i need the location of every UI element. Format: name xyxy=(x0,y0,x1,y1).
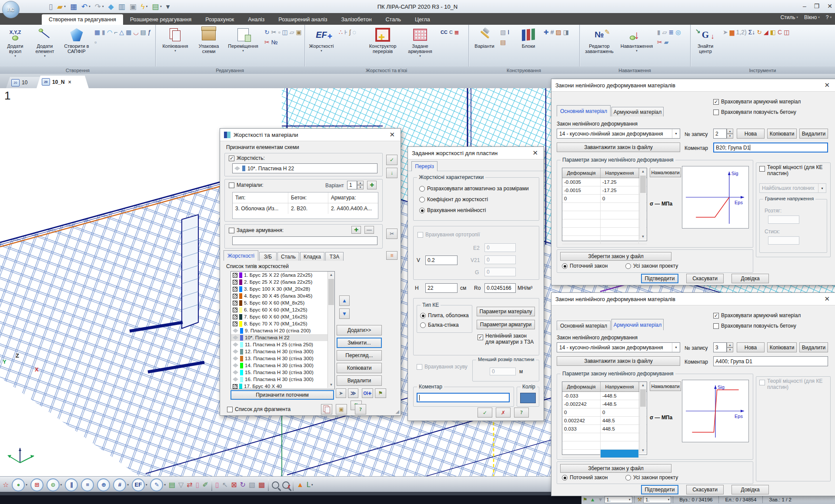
tab-section[interactable]: Переріз xyxy=(411,161,438,171)
ribbon-tab[interactable]: Створення та редагування xyxy=(42,14,123,25)
law-combobox[interactable]: 14 - кусочно-лінійний закон деформування… xyxy=(557,342,680,352)
stiffness-display-icon[interactable]: EF ▾ xyxy=(132,477,147,492)
tab-reinforcing-material[interactable]: Армуючий матеріал xyxy=(611,319,664,330)
coefficient-radio[interactable] xyxy=(419,197,425,202)
table-row[interactable]: 0.033 448.5 xyxy=(562,425,647,433)
find-center-button[interactable]: G Знайти центр xyxy=(693,26,718,65)
ribbon-tab[interactable]: Сталь xyxy=(379,14,408,25)
divider[interactable]: ▾ xyxy=(293,477,294,492)
crossed-frame-icon[interactable]: ⊠ ▾ xyxy=(231,477,237,492)
stiffness-list-item[interactable]: 13. Пластина Н 30 (стіна 300) xyxy=(231,355,334,362)
vertical-plane-icon[interactable]: ∥ ▾ xyxy=(65,477,78,492)
save-law-button[interactable]: Зберегти закон у файл xyxy=(560,464,671,473)
hinge-dots-icon[interactable]: ∴▾ xyxy=(338,27,343,37)
table-row[interactable] xyxy=(562,450,647,458)
all-laws-radio[interactable] xyxy=(625,263,631,269)
law-table[interactable]: Деформація Напруження -0.0035 -17.25 -0.… xyxy=(562,168,647,241)
rebar-params-button[interactable]: Параметри арматури xyxy=(477,320,535,329)
table-row[interactable]: -0.0035 -17.25 xyxy=(562,178,647,186)
min-size-field[interactable]: 0 xyxy=(490,368,516,375)
sapfir-model-icon[interactable]: ▤ ▾ xyxy=(151,3,163,11)
close-icon[interactable]: ✕ xyxy=(387,131,397,139)
zoom-in-icon[interactable]: ▾ xyxy=(272,477,279,492)
stiffness-list-item[interactable]: 16. Пластина Н 30 (стіна 300) xyxy=(231,376,334,383)
loads-button[interactable]: ↓ Навантаження▾ xyxy=(619,26,654,65)
hatch-icon[interactable]: ▨▾ xyxy=(555,27,562,37)
wall-f-icon[interactable]: ◨▾ xyxy=(563,27,569,37)
variant-icon[interactable]: ⚒ xyxy=(638,497,642,503)
stiffness-list-item[interactable]: 5. Брус 60 X 60 (КМ_8x25) xyxy=(231,299,334,306)
reinforcing-material-checkbox[interactable]: ✓ xyxy=(713,99,719,105)
rigid-link-icon[interactable]: ⊦▾ xyxy=(344,27,348,37)
arc-icon[interactable]: ◡▾ xyxy=(133,27,139,37)
dialog-title-bar[interactable]: Задання жорсткості для пластин ✕ xyxy=(408,147,544,159)
list-options-icon[interactable]: ≡ xyxy=(386,251,397,260)
assigned-reinforcement-button[interactable]: Задане армування▾ xyxy=(403,26,438,65)
ribbon-menu-item[interactable]: Вікно ▾ xyxy=(804,14,820,20)
c-quad-icon[interactable]: С▾ xyxy=(777,27,782,37)
reinforcing-material-checkbox[interactable]: ✓ xyxy=(713,313,719,318)
help-button[interactable]: Довідка xyxy=(731,485,769,494)
spin-down-icon[interactable]: ▼ xyxy=(727,134,733,139)
material-params-button[interactable]: Параметри матеріалу xyxy=(477,307,535,316)
stiffness-list-item[interactable]: 4. Брус 30 X 45 (балка 30x45) xyxy=(231,292,334,299)
element-display-icon[interactable]: ⊙ ▾ xyxy=(47,477,62,492)
scroll-thumb[interactable] xyxy=(640,389,646,407)
add-node-button[interactable]: X,Y,Z Додати вузол▾ xyxy=(2,26,29,65)
change-button[interactable]: Змінити... xyxy=(337,338,382,348)
confirm-button[interactable]: Підтвердити xyxy=(641,274,678,283)
reinforcement-field[interactable] xyxy=(232,236,377,245)
tab-main-material[interactable]: Основний матеріал xyxy=(557,321,611,330)
column-icon[interactable]: ▮▾ xyxy=(101,27,106,37)
book-icon[interactable]: ▥ ▾ xyxy=(117,3,126,11)
dialog-title-bar[interactable]: Закони нелінійного деформування матеріал… xyxy=(551,293,835,305)
hatch-tri-icon[interactable]: ◢▾ xyxy=(763,27,769,37)
scroll-up-icon[interactable]: ▲ xyxy=(640,382,646,388)
table-row[interactable] xyxy=(562,211,647,219)
shell-radio[interactable] xyxy=(420,313,426,318)
draw-button[interactable]: Намалювати xyxy=(650,381,681,391)
view-3d-icon[interactable]: ◆ ▾ xyxy=(107,3,115,11)
frame-icon[interactable]: ▦▾ xyxy=(94,27,100,37)
remove-reinforcement-button[interactable]: — xyxy=(364,226,374,234)
add-element-button[interactable]: Додати елемент▾ xyxy=(30,26,59,65)
new-button[interactable]: Нова xyxy=(737,129,765,139)
ribbon-tab[interactable]: Аналіз xyxy=(241,14,271,25)
paste-list-icon[interactable]: ▣ xyxy=(336,404,347,414)
law-combobox[interactable]: 14 - кусочно-лінійний закон деформування… xyxy=(557,129,680,139)
spin-up-icon[interactable]: ▲ xyxy=(357,181,364,185)
flash-icon[interactable]: ϟ ▾ xyxy=(140,3,149,11)
zoom-cancel-icon[interactable]: ▾ xyxy=(282,477,290,492)
spin-up-icon[interactable]: ▲ xyxy=(727,342,733,348)
plate-gen-icon[interactable]: ▩▾ xyxy=(125,27,132,37)
save-law-button[interactable]: Зберегти закон у файл xyxy=(560,252,671,261)
flip-element-icon[interactable]: ⇄ ▾ xyxy=(187,477,192,492)
truss-icon[interactable]: △▾ xyxy=(119,27,124,37)
copy-button[interactable]: Копіювати xyxy=(767,342,797,352)
concrete-creep-checkbox[interactable] xyxy=(713,323,719,329)
e2-field[interactable]: 0 xyxy=(484,243,516,252)
flag-icon[interactable]: ⚑ xyxy=(583,497,588,503)
copy-loads-icon[interactable]: ▱▾ xyxy=(662,27,668,37)
wall-beam-radio[interactable] xyxy=(420,322,426,328)
delete-button[interactable]: Видалити xyxy=(799,129,828,139)
fragment-list-checkbox[interactable] xyxy=(227,407,233,412)
stiffness-list-item[interactable]: 17. Брус 40 X 40 xyxy=(231,383,334,389)
current-law-radio[interactable] xyxy=(562,475,568,481)
sum-icon[interactable]: Σ↓▾ xyxy=(748,27,756,37)
g-field[interactable]: 0 xyxy=(484,268,516,276)
numbering-icon[interactable]: 1,2)▾ xyxy=(736,27,747,37)
paint-icon[interactable]: ✐ ▾ xyxy=(203,477,208,492)
solid-box-icon[interactable]: ▧▾ xyxy=(500,27,506,37)
split-icon[interactable]: ◫▾ xyxy=(783,27,790,37)
close-button[interactable]: ✕ xyxy=(827,3,832,10)
load-case-combobox[interactable]: 1.▾ xyxy=(605,496,632,503)
down-triangle-icon[interactable]: ▼ xyxy=(598,497,603,503)
move-up-button[interactable]: ▲ xyxy=(339,295,350,306)
scroll-down-icon[interactable]: ▼ xyxy=(640,233,646,240)
sapfir-layers-icon[interactable]: ▤ ▾ xyxy=(169,477,175,492)
copy-list-icon[interactable] xyxy=(321,404,332,414)
ribbon-tab[interactable]: Залізобетон xyxy=(334,14,378,25)
ibeam-icon[interactable]: Ι▾ xyxy=(507,27,510,37)
list-scrollbar[interactable]: ▲ ▼ xyxy=(327,272,334,388)
